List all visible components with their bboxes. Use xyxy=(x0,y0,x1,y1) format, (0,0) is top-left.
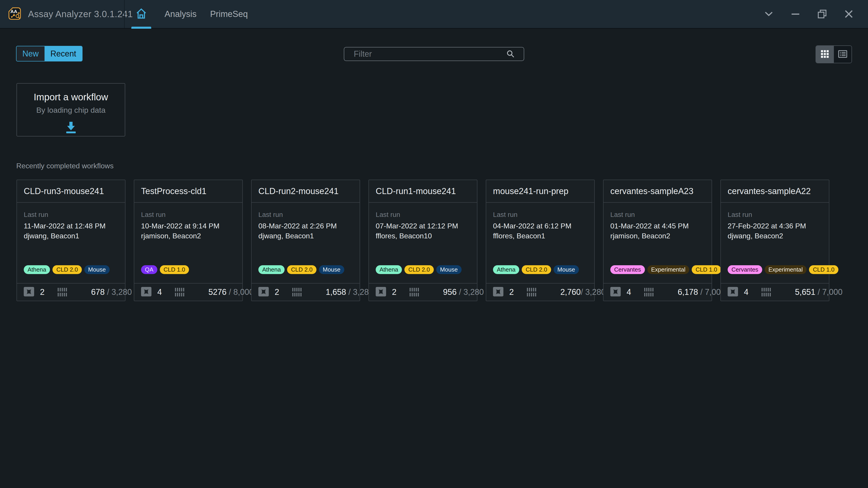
wells-icon xyxy=(526,287,537,297)
last-run-label: Last run xyxy=(141,211,236,219)
tag-athena: Athena xyxy=(376,265,402,274)
wells-count: 678 / 3,280 xyxy=(73,278,132,306)
card-body: Last run 10-Mar-2022 at 9:14 PM rjamison… xyxy=(134,203,242,283)
wells-separator: / xyxy=(815,287,822,297)
card-date: 11-Mar-2022 at 12:48 PM xyxy=(24,222,119,230)
wells-used: 2,760 xyxy=(560,287,581,297)
active-tab-indicator xyxy=(131,27,151,29)
wells-count: 1,658 / 3,280 xyxy=(308,278,373,306)
chip-count: 2 xyxy=(509,287,514,297)
card-title: cervantes-sampleA22 xyxy=(727,186,811,196)
wells-total: 3,280 xyxy=(585,287,606,297)
card-header: CLD-run2-mouse241 xyxy=(252,180,360,203)
wells-total: 7,000 xyxy=(822,287,842,297)
card-title: cervantes-sampleA23 xyxy=(610,186,693,196)
card-body: Last run 01-Mar-2022 at 4:45 PM rjamison… xyxy=(603,203,712,283)
card-date: 10-Mar-2022 at 9:14 PM xyxy=(141,222,236,230)
main-nav: Analysis PrimeSeq xyxy=(125,0,254,28)
svg-text:AA: AA xyxy=(10,9,17,14)
filter-box xyxy=(344,47,524,61)
wells-icon xyxy=(644,287,654,297)
card-tags: AthenaCLD 2.0Mouse xyxy=(376,265,471,274)
tag-mouse: Mouse xyxy=(319,265,344,274)
wells-count: 2,760/ 3,280 xyxy=(542,278,606,306)
wells-separator: / xyxy=(346,287,353,297)
import-workflow-card[interactable]: Import a workflow By loading chip data xyxy=(17,83,125,136)
tag-cld-1-0: CLD 1.0 xyxy=(160,265,189,274)
wells-used: 6,178 xyxy=(678,287,698,297)
chip-icon xyxy=(141,287,151,297)
card-body: Last run 08-Mar-2022 at 2:26 PM djwang, … xyxy=(252,203,360,283)
wells-icon xyxy=(57,287,68,297)
workflow-card[interactable]: CLD-run2-mouse241 Last run 08-Mar-2022 a… xyxy=(251,180,360,301)
search-icon xyxy=(506,50,524,59)
app-title: Assay Analyzer 3.0.1.241 xyxy=(28,9,133,19)
card-date: 08-Mar-2022 at 2:26 PM xyxy=(258,222,353,230)
tag-cervantes: Cervantes xyxy=(610,265,645,274)
filter-input[interactable] xyxy=(344,47,506,61)
card-user: fflores, Beacon10 xyxy=(376,232,471,240)
toolbar: New Recent xyxy=(0,45,868,64)
tag-cld-1-0: CLD 1.0 xyxy=(809,265,838,274)
chip-icon xyxy=(727,287,738,297)
recent-button[interactable]: Recent xyxy=(44,46,82,61)
wells-icon xyxy=(292,287,302,297)
card-user: rjamison, Beacon2 xyxy=(141,232,236,240)
new-button[interactable]: New xyxy=(17,46,44,61)
last-run-label: Last run xyxy=(24,211,119,219)
chip-count: 4 xyxy=(157,287,162,297)
card-date: 01-Mar-2022 at 4:45 PM xyxy=(610,222,705,230)
tag-experimental: Experimental xyxy=(647,265,689,274)
wells-used: 678 xyxy=(91,287,105,297)
last-run-label: Last run xyxy=(258,211,353,219)
close-icon[interactable] xyxy=(843,8,855,20)
tag-athena: Athena xyxy=(258,265,285,274)
workflow-card[interactable]: CLD-run1-mouse241 Last run 07-Mar-2022 a… xyxy=(368,180,477,301)
card-user: djwang, Beacon1 xyxy=(258,232,353,240)
card-title: mouse241-run-prep xyxy=(493,186,568,196)
new-recent-toggle: New Recent xyxy=(16,46,83,61)
card-body: Last run 04-Mar-2022 at 6:12 PM fflores,… xyxy=(486,203,594,283)
card-footer: 4 5,651 / 7,000 xyxy=(721,283,829,301)
tab-primeseq[interactable]: PrimeSeq xyxy=(204,0,255,28)
card-body: Last run 07-Mar-2022 at 12:12 PM fflores… xyxy=(369,203,477,283)
card-tags: AthenaCLD 2.0Mouse xyxy=(24,265,119,274)
wells-separator: / xyxy=(581,287,585,297)
import-title: Import a workflow xyxy=(34,92,108,103)
restore-icon[interactable] xyxy=(816,8,828,20)
chevron-down-icon[interactable] xyxy=(763,8,774,20)
wells-icon xyxy=(409,287,420,297)
workflow-card[interactable]: cervantes-sampleA22 Last run 27-Feb-2022… xyxy=(720,180,829,301)
wells-separator: / xyxy=(698,287,705,297)
card-header: cervantes-sampleA23 xyxy=(603,180,712,203)
card-footer: 4 6,178 / 7,000 xyxy=(603,283,712,301)
tab-home[interactable] xyxy=(125,0,158,28)
workflow-card[interactable]: CLD-run3-mouse241 Last run 11-Mar-2022 a… xyxy=(17,180,125,301)
tag-qa: QA xyxy=(141,265,157,274)
workflow-card[interactable]: mouse241-run-prep Last run 04-Mar-2022 a… xyxy=(486,180,595,301)
card-footer: 2 956 / 3,280 xyxy=(369,283,477,301)
workflow-card[interactable]: TestProcess-cld1 Last run 10-Mar-2022 at… xyxy=(134,180,243,301)
wells-total: 3,280 xyxy=(112,287,132,297)
card-body: Last run 27-Feb-2022 at 4:36 PM djwang, … xyxy=(721,203,829,283)
workflow-card[interactable]: cervantes-sampleA23 Last run 01-Mar-2022… xyxy=(603,180,712,301)
tag-athena: Athena xyxy=(24,265,50,274)
import-subtitle: By loading chip data xyxy=(36,106,105,115)
card-header: cervantes-sampleA22 xyxy=(721,180,829,203)
chip-icon xyxy=(610,287,621,297)
card-user: djwang, Beacon2 xyxy=(727,232,823,240)
last-run-label: Last run xyxy=(610,211,705,219)
card-tags: QACLD 1.0 xyxy=(141,265,236,274)
grid-view-button[interactable] xyxy=(816,46,834,63)
card-header: CLD-run3-mouse241 xyxy=(17,180,125,203)
app-logo-icon: AA xyxy=(8,7,21,21)
list-view-button[interactable] xyxy=(834,46,852,63)
wells-total: 8,000 xyxy=(233,287,254,297)
tag-cervantes: Cervantes xyxy=(727,265,762,274)
view-mode-toggle xyxy=(815,45,852,63)
app-brand: AA Assay Analyzer 3.0.1.241 xyxy=(0,0,124,28)
tag-athena: Athena xyxy=(493,265,519,274)
tab-analysis[interactable]: Analysis xyxy=(158,0,204,28)
minimize-icon[interactable] xyxy=(790,8,801,20)
card-tags: AthenaCLD 2.0Mouse xyxy=(493,265,588,274)
